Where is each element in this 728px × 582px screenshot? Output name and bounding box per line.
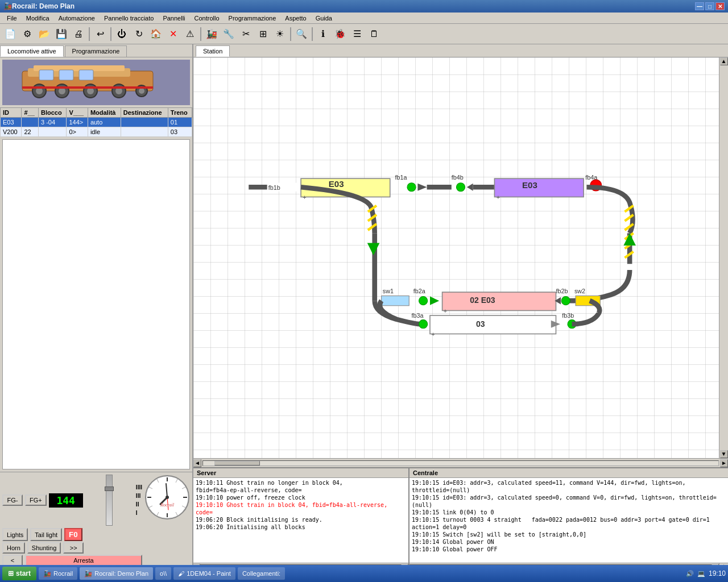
tb-power[interactable]: ⏻	[114, 26, 130, 42]
tail-light-button[interactable]: Tail light	[30, 528, 62, 541]
svg-rect-5	[79, 70, 93, 80]
tb-settings[interactable]: ⚙	[19, 26, 35, 42]
menu-aspetto[interactable]: Aspetto	[280, 14, 311, 23]
centrale-log-2: 19:10:15 id=E03: addr=3, calculated spee…	[412, 494, 726, 509]
maximize-button[interactable]: □	[705, 2, 714, 10]
col-dest: Destinazione	[121, 108, 168, 118]
col-treno: Treno	[168, 108, 192, 118]
taskbar-rocrail-label: Rocrail	[53, 570, 73, 577]
right-area: Station ▲ ▼ fb1b E03 + f	[193, 44, 728, 569]
lights-button[interactable]: Lights	[2, 528, 28, 541]
menu-pannelli[interactable]: Pannelli	[158, 14, 189, 23]
tb-info[interactable]: ℹ	[315, 26, 331, 42]
menu-controllo[interactable]: Controllo	[190, 14, 224, 23]
svg-text:+: +	[303, 194, 306, 201]
speed-mark-iiii: IIII	[136, 484, 142, 490]
tb-new[interactable]: 📄	[2, 26, 18, 42]
stop-button[interactable]: Arresta	[25, 555, 142, 566]
tb-undo[interactable]: ↩	[92, 26, 108, 42]
station-tab[interactable]: Station	[196, 45, 230, 57]
scroll-thumb[interactable]	[214, 461, 260, 465]
menu-guida[interactable]: Guida	[311, 14, 337, 23]
tb-bug[interactable]: 🐞	[332, 26, 348, 42]
svg-point-74	[419, 297, 428, 305]
tb-loco[interactable]: 🚂	[204, 26, 220, 42]
scroll-down-button[interactable]: ▼	[720, 450, 728, 458]
speed-mark-iii: III	[136, 493, 142, 499]
scroll-left-button[interactable]: ◄	[193, 459, 201, 467]
speed-vertical-slider[interactable]	[106, 475, 113, 526]
tb-stop[interactable]: ✕	[165, 26, 181, 42]
scroll-up-button[interactable]: ▲	[720, 57, 728, 65]
tb-extra[interactable]: 🗒	[366, 26, 382, 42]
track-svg: fb1b E03 + fb1a fb4b	[193, 57, 728, 458]
menu-pannello-tracciato[interactable]: Pannello tracciato	[100, 14, 158, 23]
centrale-log[interactable]: 19:10:15 id=E03: addr=3, calculated spee…	[410, 478, 728, 563]
svg-point-65	[561, 297, 570, 305]
loco-treno2: 03	[168, 127, 192, 137]
speed-slider-thumb[interactable]	[105, 487, 114, 491]
loco-row-e03[interactable]: E03 3 -04 144> auto 01	[1, 118, 192, 127]
taskbar-extra-label: o\\	[160, 570, 167, 577]
speed-display: 144	[49, 493, 83, 508]
start-button[interactable]: ⊞ start	[2, 567, 36, 580]
taskbar-item-extra[interactable]: o\\	[155, 567, 171, 580]
prev-button[interactable]: <	[2, 555, 23, 566]
track-diagram[interactable]: ▲ ▼ fb1b E03 + fb1a	[193, 57, 728, 458]
fg-minus-button[interactable]: FG-	[2, 494, 23, 506]
tb-open[interactable]: 📂	[36, 26, 52, 42]
svg-text:+: +	[431, 331, 435, 338]
server-log-line4: 19:10:10 Ghost train in block 04, fbid=f…	[196, 501, 406, 516]
server-log-area[interactable]	[2, 139, 190, 469]
forward-button[interactable]: >>	[63, 542, 84, 554]
f0-button[interactable]: F0	[64, 528, 82, 541]
tb-save[interactable]: 💾	[53, 26, 69, 42]
taskbar-demo-icon: 🚂	[84, 570, 92, 577]
tb-tools2[interactable]: ✂	[238, 26, 254, 42]
scroll-track[interactable]	[202, 460, 719, 466]
minimize-button[interactable]: —	[695, 2, 704, 10]
loco-row-v200[interactable]: V200 22 0> idle 03	[1, 127, 192, 137]
button-row3: < Arresta	[2, 555, 142, 566]
tab-locomotive-attive[interactable]: Locomotive attive	[0, 45, 64, 57]
systray-sound-icon[interactable]: 🔊	[686, 570, 694, 577]
fg-plus-button[interactable]: FG+	[25, 494, 47, 506]
horn-button[interactable]: Horn	[2, 542, 25, 554]
taskbar-item-demo[interactable]: 🚂 Rocrail: Demo Plan	[80, 567, 153, 580]
server-log[interactable]: 19:10:11 Ghost train no longer in block …	[193, 478, 408, 563]
shunting-button[interactable]: Shunting	[27, 542, 61, 554]
tb-home[interactable]: 🏠	[148, 26, 164, 42]
svg-text:E03: E03	[522, 180, 537, 190]
taskbar-item-rocrail[interactable]: 🚂 Rocrail	[39, 567, 77, 580]
tb-search[interactable]: 🔍	[293, 26, 309, 42]
left-panel-tabs: Locomotive attive Programmazione	[0, 44, 192, 57]
titlebar: 🚂 Rocrail: Demo Plan — □ ✕	[0, 0, 728, 13]
systray-time: 19:10	[709, 569, 726, 577]
svg-rect-50	[494, 178, 584, 197]
tb-tools1[interactable]: 🔧	[221, 26, 237, 42]
close-button[interactable]: ✕	[715, 2, 725, 10]
tb-tools3[interactable]: ⊞	[255, 26, 271, 42]
taskbar-item-paint[interactable]: 🖌 1DEM04 - Paint	[173, 567, 235, 580]
tb-alert[interactable]: ⚠	[182, 26, 198, 42]
tab-programmazione[interactable]: Programmazione	[65, 45, 127, 57]
systray-network-icon[interactable]: 💻	[697, 570, 705, 577]
tb-auto[interactable]: ↻	[131, 26, 147, 42]
col-id: ID	[1, 108, 22, 118]
scroll-right-button[interactable]: ►	[720, 459, 728, 467]
menu-programmazione[interactable]: Programmazione	[224, 14, 281, 23]
menu-file[interactable]: File	[2, 14, 22, 23]
toolbar-sep3	[200, 27, 201, 41]
menu-modifica[interactable]: Modifica	[22, 14, 54, 23]
tb-list[interactable]: ☰	[349, 26, 365, 42]
loco-table-container: ID #__ Blocco V___ Modalità Destinazione…	[0, 107, 192, 137]
svg-text:fb2a: fb2a	[413, 288, 425, 294]
main-area: Locomotive attive Programmazione	[0, 44, 728, 569]
taskbar-item-collegamenti[interactable]: Collegamenti:	[238, 567, 285, 580]
tb-print[interactable]: 🖨	[71, 26, 86, 42]
vertical-scrollbar[interactable]: ▲ ▼	[719, 57, 728, 458]
menu-automazione[interactable]: Automazione	[54, 14, 100, 23]
tb-light[interactable]: ☀	[272, 26, 288, 42]
server-panel-header: Server	[193, 468, 408, 478]
svg-text:fb4b: fb4b	[452, 174, 464, 181]
